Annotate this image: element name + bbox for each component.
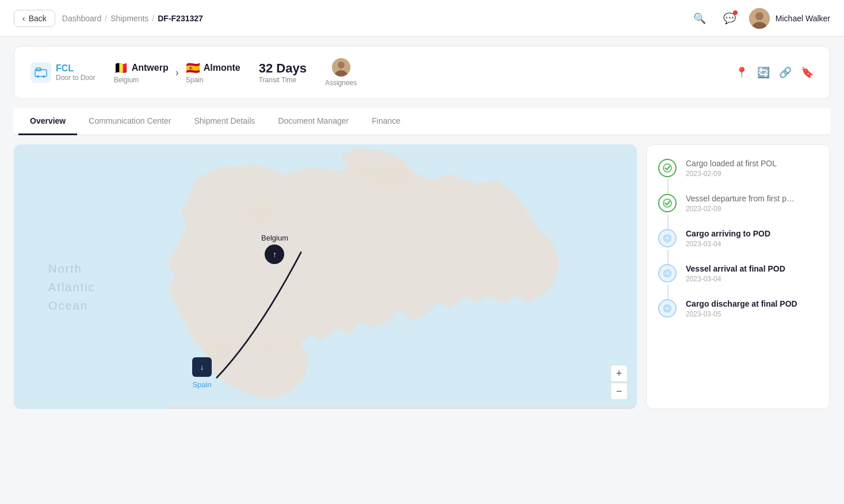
destination-country: Spain xyxy=(186,76,240,84)
timeline-title-1: Cargo loaded at first POL xyxy=(686,159,818,168)
header: ‹ Back Dashboard / Shipments / DF-F23132… xyxy=(0,0,844,37)
svg-point-6 xyxy=(43,75,45,78)
route: 🇧🇪 Antwerp Belgium › 🇪🇸 Almonte Spain xyxy=(114,61,240,84)
origin-country: Belgium xyxy=(114,76,169,84)
svg-point-5 xyxy=(37,75,39,78)
main-content: North Atlantic Ocean Belgium ↑ ↓ Spain +… xyxy=(14,135,830,418)
refresh-icon[interactable]: 🔄 xyxy=(757,66,770,79)
timeline-item-4: Vessel arrival at final POD 2023-03-04 xyxy=(658,264,818,283)
timeline-icon-pending-5 xyxy=(658,299,677,318)
destination-flag: 🇪🇸 xyxy=(186,61,200,75)
bookmark-icon[interactable]: 🔖 xyxy=(801,66,814,79)
fcl-label: FCL xyxy=(56,63,96,74)
timeline-text-2: Vessel departure from first p… 2023-02-0… xyxy=(686,194,818,213)
svg-point-17 xyxy=(664,305,671,312)
zoom-out-button[interactable]: − xyxy=(610,383,628,400)
tabs: Overview Communication Center Shipment D… xyxy=(14,108,830,135)
assignees-label: Assignees xyxy=(325,79,357,87)
svg-point-8 xyxy=(338,62,345,68)
origin-pin-icon: ↑ xyxy=(265,245,284,264)
messages-button[interactable]: 💬 xyxy=(719,8,740,29)
timeline-text-1: Cargo loaded at first POL 2023-02-09 xyxy=(686,159,818,178)
tab-communication[interactable]: Communication Center xyxy=(77,108,182,135)
back-button[interactable]: ‹ Back xyxy=(14,10,55,27)
timeline-icon-done-2 xyxy=(658,194,677,212)
timeline-date-5: 2023-03-05 xyxy=(686,310,818,318)
back-arrow-icon: ‹ xyxy=(22,14,25,23)
origin-flag: 🇧🇪 xyxy=(114,61,128,75)
breadcrumb: Dashboard / Shipments / DF-F231327 xyxy=(62,14,203,23)
fcl-sub: Door to Door xyxy=(56,74,96,82)
belgium-pin: Belgium ↑ xyxy=(261,234,288,264)
transit-info: 32 Days Transit Time xyxy=(259,61,307,84)
timeline-text-3: Cargo arriving to POD 2023-03-04 xyxy=(686,229,818,248)
fcl-text: FCL Door to Door xyxy=(56,63,96,82)
timeline-date-2: 2023-02-09 xyxy=(686,205,818,213)
route-arrow-icon: › xyxy=(175,67,179,79)
breadcrumb-shipment-id: DF-F231327 xyxy=(158,14,203,23)
assignees[interactable]: Assignees xyxy=(325,58,357,87)
destination-location: 🇪🇸 Almonte Spain xyxy=(186,61,240,84)
destination-name: 🇪🇸 Almonte xyxy=(186,61,240,75)
timeline-section: Cargo loaded at first POL 2023-02-09 Ves… xyxy=(646,144,830,409)
map-section: North Atlantic Ocean Belgium ↑ ↓ Spain +… xyxy=(14,144,637,409)
timeline-date-1: 2023-02-09 xyxy=(686,170,818,178)
ocean-label: North Atlantic Ocean xyxy=(48,259,96,315)
tab-finance[interactable]: Finance xyxy=(360,108,412,135)
timeline-icon-done-1 xyxy=(658,159,677,177)
header-right: 🔍 💬 Michael Walker xyxy=(689,8,830,29)
avatar xyxy=(749,8,770,29)
timeline-date-4: 2023-03-04 xyxy=(686,275,818,283)
transit-days: 32 Days xyxy=(259,61,307,76)
timeline-item-3: Cargo arriving to POD 2023-03-04 xyxy=(658,229,818,248)
timeline-item: Cargo loaded at first POL 2023-02-09 xyxy=(658,159,818,178)
breadcrumb-shipments[interactable]: Shipments xyxy=(110,14,148,23)
shipment-bar-right: 📍 🔄 🔗 🔖 xyxy=(735,66,814,79)
notification-badge xyxy=(733,10,738,15)
timeline-icon-pending-4 xyxy=(658,264,677,282)
timeline-item-2: Vessel departure from first p… 2023-02-0… xyxy=(658,194,818,213)
spain-pin: ↓ Spain xyxy=(192,357,212,389)
origin-location: 🇧🇪 Antwerp Belgium xyxy=(114,61,169,84)
timeline-title-4: Vessel arrival at final POD xyxy=(686,264,818,273)
map-controls: + − xyxy=(610,365,628,400)
timeline-title-3: Cargo arriving to POD xyxy=(686,229,818,238)
spain-pin-label: Spain xyxy=(192,380,211,389)
svg-point-1 xyxy=(755,12,763,20)
assignee-avatar xyxy=(332,58,350,77)
timeline-title-5: Cargo discharge at final POD xyxy=(686,299,818,308)
breadcrumb-sep1: / xyxy=(105,14,107,23)
timeline-icon-pending-3 xyxy=(658,229,677,247)
fcl-icon xyxy=(30,62,51,83)
tab-document-manager[interactable]: Document Manager xyxy=(266,108,360,135)
tab-shipment-details[interactable]: Shipment Details xyxy=(182,108,266,135)
timeline-text-4: Vessel arrival at final POD 2023-03-04 xyxy=(686,264,818,283)
svg-point-13 xyxy=(664,235,671,242)
fcl-badge: FCL Door to Door xyxy=(30,62,96,83)
back-label: Back xyxy=(29,14,47,23)
tab-overview[interactable]: Overview xyxy=(18,108,77,135)
timeline-title-2: Vessel departure from first p… xyxy=(686,194,818,203)
user-profile[interactable]: Michael Walker xyxy=(749,8,830,29)
svg-point-15 xyxy=(664,270,671,277)
shipment-bar-left: FCL Door to Door 🇧🇪 Antwerp Belgium › 🇪🇸… xyxy=(30,58,357,87)
origin-name: 🇧🇪 Antwerp xyxy=(114,61,169,75)
transit-label: Transit Time xyxy=(259,76,307,84)
user-name: Michael Walker xyxy=(776,14,830,23)
shipment-bar: FCL Door to Door 🇧🇪 Antwerp Belgium › 🇪🇸… xyxy=(14,46,830,99)
search-button[interactable]: 🔍 xyxy=(689,8,710,29)
location-pin-icon[interactable]: 📍 xyxy=(735,66,748,79)
timeline-item-5: Cargo discharge at final POD 2023-03-05 xyxy=(658,299,818,318)
timeline-date-3: 2023-03-04 xyxy=(686,240,818,248)
timeline-text-5: Cargo discharge at final POD 2023-03-05 xyxy=(686,299,818,318)
search-icon: 🔍 xyxy=(693,12,706,25)
destination-pin-icon: ↓ xyxy=(192,357,212,377)
breadcrumb-sep2: / xyxy=(152,14,154,23)
breadcrumb-dashboard[interactable]: Dashboard xyxy=(62,14,102,23)
header-left: ‹ Back Dashboard / Shipments / DF-F23132… xyxy=(14,10,203,27)
share-icon[interactable]: 🔗 xyxy=(779,66,792,79)
zoom-in-button[interactable]: + xyxy=(610,365,628,382)
belgium-pin-label: Belgium xyxy=(261,234,288,242)
